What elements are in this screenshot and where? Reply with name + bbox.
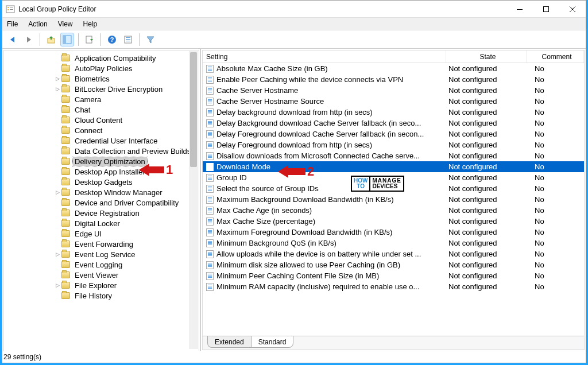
settings-row[interactable]: Max Cache Age (in seconds)Not configured… xyxy=(203,205,584,216)
tree-item[interactable]: Desktop Gadgets xyxy=(4,177,199,187)
folder-icon xyxy=(61,65,70,72)
menu-view[interactable]: View xyxy=(58,20,73,28)
tree-item[interactable]: Camera xyxy=(4,94,199,104)
tree-item[interactable]: Data Collection and Preview Builds xyxy=(4,146,199,156)
watermark-badge: HOWTO MANAGEDEVICES xyxy=(351,176,404,192)
setting-comment: No xyxy=(527,130,584,138)
settings-row[interactable]: Delay Background download Cache Server f… xyxy=(203,118,584,129)
tab-extended[interactable]: Extended xyxy=(207,336,252,348)
setting-icon xyxy=(203,87,216,95)
svg-rect-16 xyxy=(126,37,130,38)
tree-scrollbar[interactable] xyxy=(189,51,198,349)
setting-icon xyxy=(203,218,216,226)
tree-item[interactable]: Application Compatibility xyxy=(4,53,199,63)
settings-row[interactable]: Minimum disk size allowed to use Peer Ca… xyxy=(203,259,584,270)
policy-tree[interactable]: Application CompatibilityAutoPlay Polici… xyxy=(4,51,199,301)
settings-row[interactable]: Delay Foreground download from http (in … xyxy=(203,139,584,150)
column-comment[interactable]: Comment xyxy=(527,51,584,63)
tree-item[interactable]: ▷BitLocker Drive Encryption xyxy=(4,84,199,94)
tab-standard[interactable]: Standard xyxy=(251,336,294,348)
folder-icon xyxy=(61,240,70,247)
tree-item[interactable]: Connect xyxy=(4,125,199,135)
filter-button[interactable] xyxy=(144,33,157,46)
up-folder-button[interactable] xyxy=(44,33,58,46)
settings-row[interactable]: Cache Server HostnameNot configuredNo xyxy=(203,85,584,96)
svg-rect-11 xyxy=(63,36,66,44)
tree-item[interactable]: ▷Event Log Service xyxy=(4,249,199,259)
tree-item[interactable]: ▷File Explorer xyxy=(4,280,199,290)
tree-item[interactable]: Delivery Optimization xyxy=(4,156,199,166)
folder-icon xyxy=(61,158,70,165)
expander-icon[interactable]: ▷ xyxy=(53,76,61,81)
menu-action[interactable]: Action xyxy=(28,20,47,28)
tree-item[interactable]: Credential User Interface xyxy=(4,135,199,146)
tree-item[interactable]: Event Logging xyxy=(4,259,199,270)
setting-icon xyxy=(203,108,216,117)
settings-row[interactable]: Minimum Peer Caching Content File Size (… xyxy=(203,270,584,281)
setting-state: Not configured xyxy=(446,261,527,269)
show-hide-tree-button[interactable] xyxy=(60,33,74,46)
settings-row[interactable]: Enable Peer Caching while the device con… xyxy=(203,74,584,85)
properties-button[interactable] xyxy=(121,33,135,46)
svg-rect-3 xyxy=(10,7,13,7)
tree-item[interactable]: Device Registration xyxy=(4,208,199,218)
tree-item[interactable]: Cloud Content xyxy=(4,115,199,125)
setting-name: Absolute Max Cache Size (in GB) xyxy=(216,64,446,73)
setting-state: Not configured xyxy=(446,86,527,95)
tree-item[interactable]: Edge UI xyxy=(4,228,199,239)
settings-row[interactable]: Download ModeNot configuredNo xyxy=(203,161,584,172)
settings-row[interactable]: Allow uploads while the device is on bat… xyxy=(203,248,584,259)
settings-row[interactable]: Disallow downloads from Microsoft Connec… xyxy=(203,150,584,161)
column-setting[interactable]: Setting xyxy=(203,51,446,63)
settings-row[interactable]: Maximum Background Download Bandwidth (i… xyxy=(203,194,584,205)
expander-icon[interactable]: ▷ xyxy=(53,251,61,257)
settings-row[interactable]: Minimum RAM capacity (inclusive) require… xyxy=(203,281,584,292)
expander-icon[interactable]: ▷ xyxy=(53,189,61,195)
tree-item[interactable]: AutoPlay Policies xyxy=(4,63,199,73)
tree-item-label: BitLocker Drive Encryption xyxy=(73,85,164,94)
tree-item-label: Data Collection and Preview Builds xyxy=(73,147,192,156)
svg-text:?: ? xyxy=(110,36,114,43)
tree-item[interactable]: Event Forwarding xyxy=(4,239,199,249)
tree-item[interactable]: File History xyxy=(4,290,199,301)
settings-row[interactable]: Max Cache Size (percentage)Not configure… xyxy=(203,216,584,227)
tree-item-label: Credential User Interface xyxy=(73,137,160,145)
tree-item[interactable]: Chat xyxy=(4,104,199,115)
menu-file[interactable]: File xyxy=(7,20,18,28)
folder-icon xyxy=(61,230,70,237)
back-button[interactable] xyxy=(6,33,20,46)
setting-icon xyxy=(203,174,216,182)
settings-row[interactable]: Absolute Max Cache Size (in GB)Not confi… xyxy=(203,63,584,74)
menu-help[interactable]: Help xyxy=(83,20,98,28)
settings-row[interactable]: Minimum Background QoS (in KB/s)Not conf… xyxy=(203,238,584,248)
settings-row[interactable]: Maximum Foreground Download Bandwidth (i… xyxy=(203,227,584,238)
setting-icon xyxy=(203,65,216,73)
export-list-button[interactable] xyxy=(83,33,96,46)
expander-icon[interactable]: ▷ xyxy=(53,86,61,92)
expander-icon[interactable]: ▷ xyxy=(53,282,61,288)
svg-rect-6 xyxy=(544,6,549,11)
close-button[interactable] xyxy=(559,1,586,17)
tree-item[interactable]: Event Viewer xyxy=(4,270,199,280)
setting-icon xyxy=(203,76,216,84)
tree-item[interactable]: Desktop App Installer xyxy=(4,166,199,177)
settings-row[interactable]: Delay background download from http (in … xyxy=(203,107,584,118)
tree-item[interactable]: Device and Driver Compatibility xyxy=(4,197,199,208)
setting-name: Delay Foreground download from http (in … xyxy=(216,141,446,149)
setting-state: Not configured xyxy=(446,271,527,280)
settings-row[interactable]: Delay Foreground download Cache Server f… xyxy=(203,129,584,139)
setting-comment: No xyxy=(527,195,584,204)
settings-list[interactable]: Absolute Max Cache Size (in GB)Not confi… xyxy=(203,63,584,336)
folder-icon xyxy=(61,106,70,113)
tree-item[interactable]: ▷Biometrics xyxy=(4,73,199,84)
column-state[interactable]: State xyxy=(446,51,527,63)
minimize-button[interactable] xyxy=(506,1,533,17)
settings-row[interactable]: Cache Server Hostname SourceNot configur… xyxy=(203,96,584,107)
maximize-button[interactable] xyxy=(533,1,559,17)
help-button[interactable]: ? xyxy=(105,33,119,46)
tree-item[interactable]: Digital Locker xyxy=(4,218,199,228)
setting-comment: No xyxy=(527,271,584,280)
tree-item[interactable]: ▷Desktop Window Manager xyxy=(4,187,199,197)
forward-button[interactable] xyxy=(22,33,36,46)
setting-icon xyxy=(203,163,216,171)
